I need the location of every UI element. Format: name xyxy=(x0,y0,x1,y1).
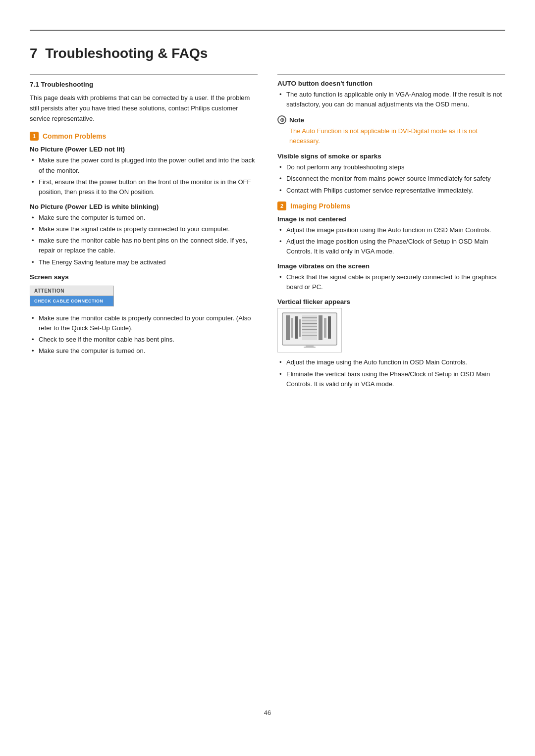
svg-rect-6 xyxy=(302,317,317,318)
list-item: Adjust the image using the Auto function… xyxy=(277,357,505,367)
list-item: First, ensure that the power button on t… xyxy=(30,177,258,197)
list-item: Check that the signal cable is properly … xyxy=(277,272,505,292)
screen-says-list: Make sure the monitor cable is properly … xyxy=(30,313,258,356)
svg-rect-12 xyxy=(302,335,317,336)
note-text: The Auto Function is not applicable in D… xyxy=(277,126,505,146)
svg-rect-4 xyxy=(299,319,301,337)
svg-rect-11 xyxy=(302,332,317,333)
attention-header: ATTENTION xyxy=(30,286,113,296)
auto-button-title: AUTO button doesn't function xyxy=(277,80,505,87)
list-item: Make sure the computer is turned on. xyxy=(30,213,258,223)
screen-says-label: Screen says xyxy=(30,273,258,281)
svg-rect-13 xyxy=(319,315,322,340)
list-item: make sure the monitor cable has no bent … xyxy=(30,236,258,255)
common-problems-badge: 1 xyxy=(30,132,39,141)
attention-box: ATTENTION CHECK CABLE CONNECTION xyxy=(30,286,114,306)
visible-signs-list: Do not perform any troubleshooting steps… xyxy=(277,162,505,195)
right-column: AUTO button doesn't function The auto fu… xyxy=(277,74,505,694)
chapter-heading: 7 Troubleshooting & FAQs xyxy=(30,41,505,61)
list-item: Make sure the monitor cable is properly … xyxy=(30,313,258,333)
svg-rect-8 xyxy=(302,323,317,324)
page: 7 Troubleshooting & FAQs 7.1 Troubleshoo… xyxy=(0,0,535,756)
svg-rect-17 xyxy=(304,347,316,348)
image-not-centered-title: Image is not centered xyxy=(277,215,505,223)
svg-rect-1 xyxy=(286,315,290,340)
vertical-flicker-title: Vertical flicker appears xyxy=(277,298,505,305)
list-item: The auto function is applicable only in … xyxy=(277,90,505,109)
list-item: Eliminate the vertical bars using the Ph… xyxy=(277,369,505,389)
note-header: ⊕ Note xyxy=(277,115,505,124)
left-column: 7.1 Troubleshooting This page deals with… xyxy=(30,74,258,694)
list-item: Make sure the computer is turned on. xyxy=(30,346,258,356)
list-item: Disconnect the monitor from mains power … xyxy=(277,174,505,184)
svg-rect-14 xyxy=(324,318,326,338)
list-item: Check to see if the monitor cable has be… xyxy=(30,335,258,345)
no-picture-lit-list: Make sure the power cord is plugged into… xyxy=(30,155,258,197)
imaging-problems-badge: 2 xyxy=(277,202,286,210)
imaging-problems-label: Imaging Problems xyxy=(290,202,350,210)
visible-signs-title: Visible signs of smoke or sparks xyxy=(277,152,505,160)
common-problems-label: Common Problems xyxy=(43,132,106,140)
no-picture-blinking-list: Make sure the computer is turned on. Mak… xyxy=(30,213,258,267)
chapter-title: Troubleshooting & FAQs xyxy=(45,46,208,61)
list-item: Make sure the power cord is plugged into… xyxy=(30,155,258,175)
imaging-problems-header: 2 Imaging Problems xyxy=(277,202,505,210)
top-rule xyxy=(30,30,505,31)
image-vibrates-list: Check that the signal cable is properly … xyxy=(277,272,505,292)
list-item: Adjust the image position using the Phas… xyxy=(277,237,505,256)
svg-rect-10 xyxy=(302,329,317,330)
svg-rect-9 xyxy=(302,326,317,327)
list-item: Contact with Philips customer service re… xyxy=(277,186,505,196)
image-vibrates-title: Image vibrates on the screen xyxy=(277,262,505,270)
no-picture-blinking-title: No Picture (Power LED is white blinking) xyxy=(30,203,258,210)
svg-rect-2 xyxy=(291,318,293,338)
image-not-centered-list: Adjust the image position using the Auto… xyxy=(277,225,505,256)
auto-button-list: The auto function is applicable only in … xyxy=(277,90,505,109)
flicker-svg xyxy=(280,310,339,350)
svg-rect-7 xyxy=(302,320,317,321)
vertical-flicker-list: Adjust the image using the Auto function… xyxy=(277,357,505,389)
svg-rect-3 xyxy=(295,316,298,339)
note-label: Note xyxy=(289,116,304,124)
svg-rect-5 xyxy=(302,315,317,340)
intro-text: This page deals with problems that can b… xyxy=(30,93,258,124)
list-item: The Energy Saving feature may be activat… xyxy=(30,257,258,267)
list-item: Make sure the signal cable is properly c… xyxy=(30,224,258,234)
right-col-rule xyxy=(277,74,505,75)
chapter-number: 7 xyxy=(30,46,38,61)
common-problems-header: 1 Common Problems xyxy=(30,132,258,141)
flicker-image xyxy=(277,308,342,353)
section-71-title: 7.1 Troubleshooting xyxy=(30,81,258,88)
list-item: Adjust the image position using the Auto… xyxy=(277,225,505,235)
section-rule-71 xyxy=(30,74,258,75)
page-number: 46 xyxy=(30,709,505,716)
note-icon: ⊕ xyxy=(277,115,286,124)
attention-body: CHECK CABLE CONNECTION xyxy=(30,296,113,306)
note-box: ⊕ Note The Auto Function is not applicab… xyxy=(277,115,505,146)
no-picture-lit-title: No Picture (Power LED not lit) xyxy=(30,146,258,153)
list-item: Do not perform any troubleshooting steps xyxy=(277,162,505,172)
svg-rect-15 xyxy=(328,316,331,339)
attention-body-text: CHECK CABLE CONNECTION xyxy=(34,299,109,303)
